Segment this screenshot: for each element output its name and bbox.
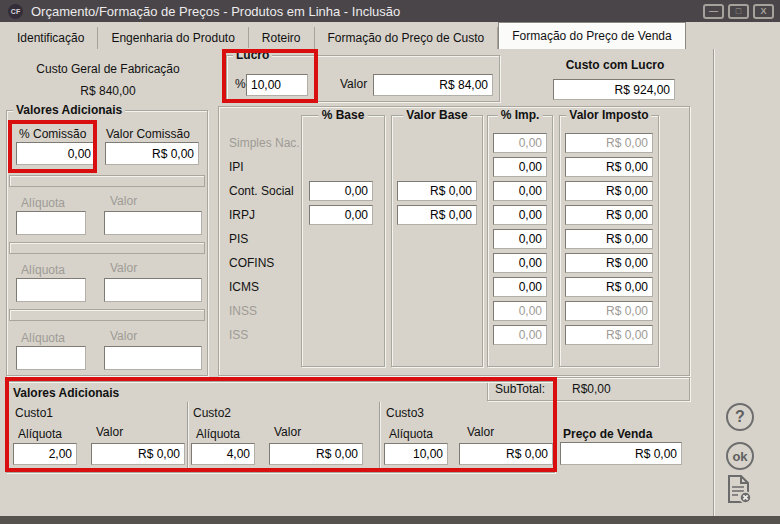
icms-valor-imp-input[interactable]: [565, 277, 653, 297]
tax-row-iss: ISS: [219, 323, 689, 347]
custo2-valor-input[interactable]: [269, 443, 363, 465]
tax-row-label: ISS: [229, 323, 248, 347]
tab-engenharia-do-produto[interactable]: Engenharia do Produto: [98, 27, 248, 49]
help-button[interactable]: ?: [726, 403, 754, 431]
extra2-aliquota-input: [16, 278, 86, 302]
custo-com-lucro-label: Custo com Lucro: [545, 58, 685, 72]
irpj-pct-base-input[interactable]: [309, 205, 373, 225]
app-icon: CF: [8, 4, 23, 19]
tab-formacao-preco-venda[interactable]: Formação do Preço de Venda: [498, 22, 685, 49]
tax-row-irpj: IRPJ: [219, 203, 689, 227]
custo-com-lucro-input[interactable]: [553, 79, 675, 100]
extra3-aliquota-label: Alíquota: [21, 331, 65, 345]
impostos-panel: % Base Valor Base % Imp. Valor Imposto S…: [218, 106, 690, 376]
pis-pct-imp-input[interactable]: [493, 229, 547, 249]
irpj-valor-imp-input[interactable]: [565, 205, 653, 225]
subtotal-value: R$0,00: [572, 382, 611, 396]
inss-pct-imp-input: [493, 301, 547, 321]
extra2-valor-input: [104, 278, 202, 302]
valor-base-header: Valor Base: [403, 108, 470, 122]
valor-imposto-header: Valor Imposto: [566, 108, 651, 122]
cont-social-valor-imp-input[interactable]: [565, 181, 653, 201]
custo1-valor-label: Valor: [96, 425, 123, 439]
valores-adicionais-groupbox: Valores Adicionais % Comissão Valor Comi…: [6, 110, 208, 376]
extra2-valor-label: Valor: [110, 261, 137, 275]
custo-geral-label: Custo Geral de Fabricação: [10, 62, 206, 76]
custo1-aliquota-input[interactable]: [13, 443, 77, 465]
tax-row-icms: ICMS: [219, 275, 689, 299]
iss-valor-imp-input: [565, 325, 653, 345]
preco-venda-label: Preço de Venda: [563, 427, 652, 441]
comissao-pct-input[interactable]: [16, 142, 96, 165]
custo3-valor-label: Valor: [467, 425, 494, 439]
bottom-strip: [0, 516, 780, 524]
ok-button[interactable]: ok: [726, 442, 754, 470]
tax-row-ipi: IPI: [219, 155, 689, 179]
comissao-valor-label: Valor Comissão: [106, 127, 190, 141]
close-button[interactable]: X: [753, 4, 774, 19]
extra3-aliquota-input: [16, 346, 86, 370]
custo-divider: [379, 402, 381, 472]
lucro-valor-label: Valor: [340, 77, 367, 91]
lucro-percent-input[interactable]: [246, 74, 308, 96]
custo2-valor-label: Valor: [274, 425, 301, 439]
pct-base-header: % Base: [319, 108, 368, 122]
tab-bar: Identificação Engenharia do Produto Rote…: [0, 22, 780, 49]
tax-row-label: INSS: [229, 299, 257, 323]
pis-valor-imp-input[interactable]: [565, 229, 653, 249]
custo3-aliquota-label: Alíquota: [389, 427, 433, 441]
cont-social-pct-imp-input[interactable]: [493, 181, 547, 201]
document-cancel-icon: [724, 474, 754, 504]
comissao-valor-input[interactable]: [105, 142, 199, 165]
minimize-button[interactable]: —: [703, 4, 724, 19]
maximize-button[interactable]: □: [728, 4, 749, 19]
simples-nac-valor-imp-input: [565, 133, 653, 153]
irpj-pct-imp-input[interactable]: [493, 205, 547, 225]
icms-pct-imp-input[interactable]: [493, 277, 547, 297]
cont-social-pct-base-input[interactable]: [309, 181, 373, 201]
lucro-groupbox: Lucro % Valor: [226, 55, 500, 102]
ipi-pct-imp-input[interactable]: [493, 157, 547, 177]
extra1-aliquota-input: [16, 211, 86, 235]
tax-row-cofins: COFINS: [219, 251, 689, 275]
irpj-valor-base-input[interactable]: [397, 205, 477, 225]
custo3-aliquota-input[interactable]: [384, 443, 448, 465]
custo1-aliquota-label: Alíquota: [18, 427, 62, 441]
custo-geral-value: R$ 840,00: [10, 84, 206, 98]
custo3-valor-input[interactable]: [459, 443, 553, 465]
cancel-button[interactable]: [724, 474, 754, 504]
iss-pct-imp-input: [493, 325, 547, 345]
tax-row-label: ICMS: [229, 275, 259, 299]
tab-identificacao[interactable]: Identificação: [4, 27, 98, 49]
simples-nac-pct-imp-input: [493, 133, 547, 153]
tax-row-label: COFINS: [229, 251, 274, 275]
window-controls: — □ X: [703, 4, 774, 19]
cont-social-valor-base-input[interactable]: [397, 181, 477, 201]
pct-imp-header: % Imp.: [498, 108, 543, 122]
custos-adicionais-panel: Valores Adicionais Custo1 Alíquota Valor…: [6, 381, 555, 473]
custo1-valor-input[interactable]: [91, 443, 185, 465]
tax-row-label: Simples Nac.: [229, 131, 300, 155]
custos-adicionais-title: Valores Adicionais: [13, 386, 119, 400]
tab-formacao-preco-custo[interactable]: Formação do Preço de Custo: [315, 27, 499, 49]
tax-row-inss: INSS: [219, 299, 689, 323]
preco-venda-input[interactable]: [560, 442, 682, 465]
custo2-aliquota-input[interactable]: [191, 443, 255, 465]
titlebar: CF Orçamento/Formação de Preços - Produt…: [0, 0, 780, 22]
custo2-title: Custo2: [193, 406, 231, 420]
tab-roteiro[interactable]: Roteiro: [249, 27, 315, 49]
custo-divider: [187, 402, 189, 472]
extra1-valor-input: [104, 211, 202, 235]
custo3-title: Custo3: [386, 406, 424, 420]
custo1-title: Custo1: [15, 406, 53, 420]
comissao-pct-label: % Comissão: [19, 127, 86, 141]
cofins-pct-imp-input[interactable]: [493, 253, 547, 273]
tax-row-label: Cont. Social: [229, 179, 294, 203]
tax-row-pis: PIS: [219, 227, 689, 251]
cofins-valor-imp-input[interactable]: [565, 253, 653, 273]
ipi-valor-imp-input[interactable]: [565, 157, 653, 177]
app-window: CF Orçamento/Formação de Preços - Produt…: [0, 0, 780, 524]
extra2-aliquota-label: Alíquota: [21, 263, 65, 277]
extra1-aliquota-label: Alíquota: [21, 196, 65, 210]
lucro-valor-input[interactable]: [373, 74, 493, 96]
